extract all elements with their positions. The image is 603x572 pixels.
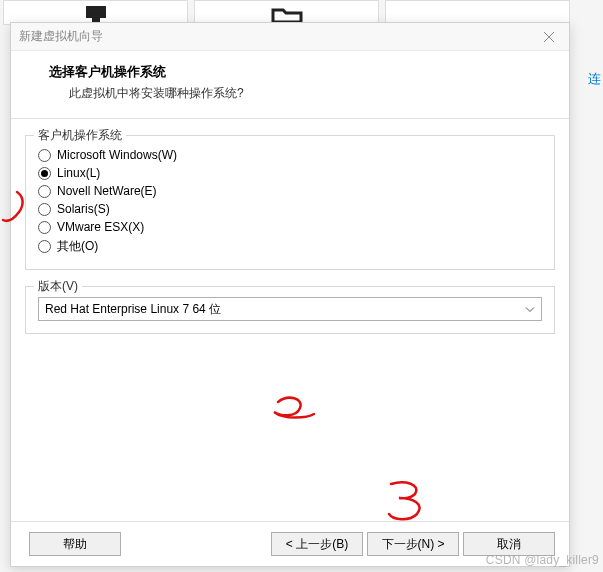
radio-label: Linux(L)	[57, 166, 100, 180]
dialog-footer: 帮助 < 上一步(B) 下一步(N) > 取消	[11, 521, 569, 566]
radio-label: VMware ESX(X)	[57, 220, 144, 234]
dialog-title: 新建虚拟机向导	[19, 28, 537, 45]
cancel-button[interactable]: 取消	[463, 532, 555, 556]
header-title: 选择客户机操作系统	[31, 63, 549, 81]
next-button[interactable]: 下一步(N) >	[367, 532, 459, 556]
radio-novell[interactable]: Novell NetWare(E)	[38, 182, 542, 200]
radio-solaris[interactable]: Solaris(S)	[38, 200, 542, 218]
radio-icon	[38, 203, 51, 216]
side-link[interactable]: 连	[588, 70, 601, 88]
radio-label: 其他(O)	[57, 238, 98, 255]
radio-vmware-esx[interactable]: VMware ESX(X)	[38, 218, 542, 236]
version-selected-value: Red Hat Enterprise Linux 7 64 位	[45, 301, 221, 318]
radio-icon	[38, 240, 51, 253]
os-fieldset: 客户机操作系统 Microsoft Windows(W) Linux(L) No…	[25, 135, 555, 270]
os-legend: 客户机操作系统	[34, 127, 126, 144]
header-subtitle: 此虚拟机中将安装哪种操作系统?	[31, 85, 549, 102]
version-select[interactable]: Red Hat Enterprise Linux 7 64 位	[38, 297, 542, 321]
radio-label: Microsoft Windows(W)	[57, 148, 177, 162]
svg-rect-0	[86, 6, 106, 18]
dialog-header: 选择客户机操作系统 此虚拟机中将安装哪种操作系统?	[11, 51, 569, 119]
radio-other[interactable]: 其他(O)	[38, 236, 542, 257]
radio-icon	[38, 185, 51, 198]
radio-icon	[38, 221, 51, 234]
version-fieldset: 版本(V) Red Hat Enterprise Linux 7 64 位	[25, 286, 555, 334]
dialog-body: 客户机操作系统 Microsoft Windows(W) Linux(L) No…	[11, 119, 569, 521]
radio-label: Solaris(S)	[57, 202, 110, 216]
close-icon[interactable]	[537, 27, 561, 47]
help-button[interactable]: 帮助	[29, 532, 121, 556]
radio-linux[interactable]: Linux(L)	[38, 164, 542, 182]
wizard-dialog: 新建虚拟机向导 选择客户机操作系统 此虚拟机中将安装哪种操作系统? 客户机操作系…	[10, 22, 570, 567]
radio-icon	[38, 167, 51, 180]
radio-windows[interactable]: Microsoft Windows(W)	[38, 146, 542, 164]
radio-label: Novell NetWare(E)	[57, 184, 157, 198]
radio-icon	[38, 149, 51, 162]
titlebar: 新建虚拟机向导	[11, 23, 569, 51]
version-label: 版本(V)	[34, 278, 82, 295]
chevron-down-icon	[525, 304, 535, 315]
back-button[interactable]: < 上一步(B)	[271, 532, 363, 556]
